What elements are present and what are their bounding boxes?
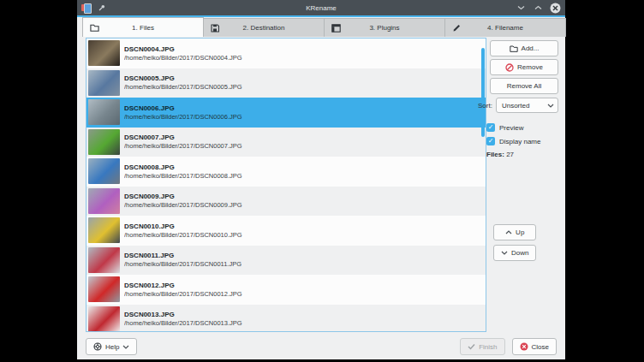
files-tab-page: DSCN0004.JPG/home/heiko/Bilder/2017/DSCN… — [77, 37, 565, 334]
tab-destination[interactable]: 2. Destination — [203, 18, 325, 37]
file-name: DSCN0008.JPG — [124, 163, 242, 172]
list-item[interactable]: DSCN0007.JPG/home/heiko/Bilder/2017/DSCN… — [86, 128, 486, 157]
file-actions-panel: Add... Remove Remove All Sort: Unsorted … — [490, 40, 558, 158]
titlebar: KRename — [77, 0, 565, 15]
list-item[interactable]: DSCN0006.JPG/home/heiko/Bilder/2017/DSCN… — [86, 98, 486, 128]
help-icon — [93, 342, 102, 351]
file-name: DSCN0007.JPG — [124, 134, 242, 142]
window-title: KRename — [77, 4, 565, 12]
tab-label: 4. Filename — [445, 24, 565, 32]
file-thumbnail — [88, 306, 120, 332]
tab-filename[interactable]: 4. Filename — [444, 18, 566, 37]
finish-button[interactable]: Finish — [460, 338, 504, 355]
chevron-down-icon — [501, 251, 508, 255]
remove-button[interactable]: Remove — [490, 59, 558, 75]
file-name: DSCN0013.JPG — [124, 311, 242, 319]
list-item[interactable]: DSCN0004.JPG/home/heiko/Bilder/2017/DSCN… — [86, 39, 486, 68]
file-name: DSCN0006.JPG — [124, 104, 242, 113]
tab-plugins[interactable]: 3. Plugins — [324, 18, 445, 37]
move-down-button[interactable]: Down — [493, 245, 536, 261]
file-path: /home/heiko/Bilder/2017/DSCN0013.JPG — [124, 319, 242, 327]
display-name-checkbox[interactable]: ✓ Display name — [486, 137, 558, 145]
list-item[interactable]: DSCN0005.JPG/home/heiko/Bilder/2017/DSCN… — [86, 68, 486, 98]
file-thumbnail — [88, 129, 120, 155]
file-list: DSCN0004.JPG/home/heiko/Bilder/2017/DSCN… — [86, 38, 486, 332]
dialog-footer: Help Finish Close — [77, 334, 565, 359]
file-name: DSCN0009.JPG — [124, 193, 242, 201]
tab-label: 1. Files — [83, 24, 203, 32]
file-thumbnail — [88, 158, 120, 184]
file-path: /home/heiko/Bilder/2017/DSCN0011.JPG — [124, 260, 242, 268]
list-item[interactable]: DSCN0010.JPG/home/heiko/Bilder/2017/DSCN… — [86, 216, 486, 246]
checkbox-checked-icon: ✓ — [486, 137, 495, 145]
file-thumbnail — [88, 70, 120, 96]
file-path: /home/heiko/Bilder/2017/DSCN0009.JPG — [124, 201, 242, 209]
file-thumbnail — [88, 247, 120, 273]
check-icon — [468, 343, 475, 350]
close-button-footer[interactable]: Close — [512, 338, 557, 355]
minimize-button[interactable] — [516, 3, 527, 14]
move-up-button[interactable]: Up — [493, 224, 536, 240]
file-name: DSCN0005.JPG — [124, 74, 242, 83]
file-name: DSCN0011.JPG — [124, 252, 242, 260]
list-item[interactable]: DSCN0008.JPG/home/heiko/Bilder/2017/DSCN… — [86, 157, 486, 187]
file-thumbnail — [88, 188, 120, 214]
wizard-tabbar: 1. Files2. Destination3. Plugins4. Filen… — [77, 17, 565, 37]
krename-window: KRename 1. Files2. Destination3. Plugins… — [77, 0, 565, 359]
file-thumbnail — [88, 276, 120, 302]
help-button[interactable]: Help — [86, 338, 137, 355]
chevron-down-icon — [547, 104, 554, 108]
sort-dropdown[interactable]: Unsorted — [496, 98, 558, 113]
pin-icon[interactable] — [96, 3, 107, 14]
list-item[interactable]: DSCN0012.JPG/home/heiko/Bilder/2017/DSCN… — [86, 275, 486, 305]
file-path: /home/heiko/Bilder/2017/DSCN0006.JPG — [124, 113, 242, 121]
list-item[interactable]: DSCN0011.JPG/home/heiko/Bilder/2017/DSCN… — [86, 246, 486, 276]
close-button[interactable] — [550, 3, 561, 14]
file-path: /home/heiko/Bilder/2017/DSCN0007.JPG — [124, 142, 242, 150]
sort-label: Sort: — [478, 102, 492, 110]
remove-all-button[interactable]: Remove All — [490, 78, 558, 94]
file-name: DSCN0004.JPG — [124, 45, 242, 54]
file-path: /home/heiko/Bilder/2017/DSCN0008.JPG — [124, 172, 242, 180]
tab-label: 3. Plugins — [325, 24, 444, 32]
file-name: DSCN0010.JPG — [124, 223, 242, 231]
file-path: /home/heiko/Bilder/2017/DSCN0010.JPG — [124, 231, 242, 239]
vertical-scrollbar[interactable] — [481, 48, 485, 137]
close-circle-icon — [520, 342, 528, 351]
file-path: /home/heiko/Bilder/2017/DSCN0005.JPG — [124, 83, 242, 91]
file-thumbnail — [88, 40, 120, 66]
add-button[interactable]: Add... — [490, 40, 558, 56]
file-path: /home/heiko/Bilder/2017/DSCN0012.JPG — [124, 290, 242, 298]
file-thumbnail — [88, 217, 120, 243]
file-path: /home/heiko/Bilder/2017/DSCN0004.JPG — [124, 54, 242, 62]
tab-label: 2. Destination — [204, 24, 324, 32]
tab-files[interactable]: 1. Files — [82, 17, 204, 37]
krename-app-icon — [81, 3, 92, 13]
list-item[interactable]: DSCN0013.JPG/home/heiko/Bilder/2017/DSCN… — [86, 305, 486, 333]
checkbox-checked-icon: ✓ — [486, 123, 495, 132]
reorder-buttons: Up Down — [493, 224, 536, 265]
file-name: DSCN0012.JPG — [124, 282, 242, 290]
maximize-button[interactable] — [533, 3, 544, 14]
files-count: Files: 27 — [486, 151, 558, 158]
chevron-up-icon — [505, 230, 512, 234]
file-thumbnail — [88, 99, 120, 125]
list-item[interactable]: DSCN0009.JPG/home/heiko/Bilder/2017/DSCN… — [86, 187, 486, 217]
chevron-down-icon — [122, 345, 129, 349]
preview-checkbox[interactable]: ✓ Preview — [486, 123, 558, 132]
